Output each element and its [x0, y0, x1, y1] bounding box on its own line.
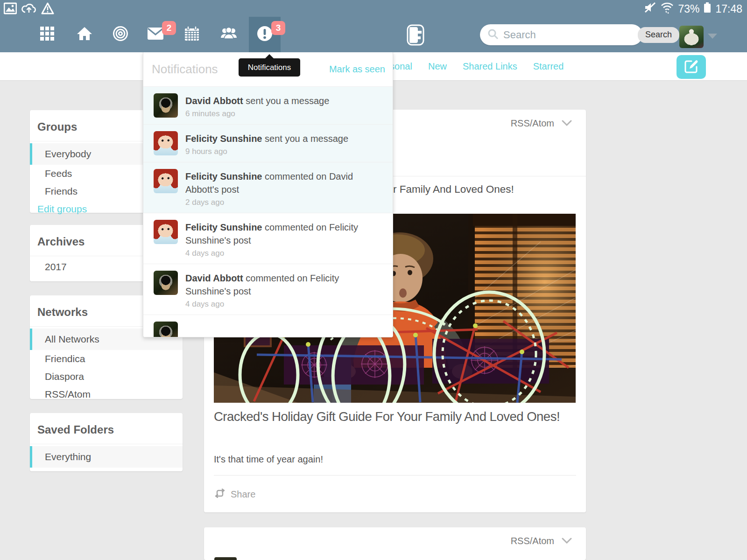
tab-shared-links[interactable]: Shared Links	[463, 61, 517, 72]
user-menu-caret-icon[interactable]	[708, 34, 717, 39]
search-submit-button[interactable]: Search	[638, 27, 679, 43]
user-avatar[interactable]	[679, 26, 704, 48]
mark-as-seen-link[interactable]: Mark as seen	[329, 64, 385, 75]
people-icon	[220, 27, 238, 42]
network-item-rss[interactable]: RSS/Atom	[30, 385, 183, 403]
notification-time: 6 minutes ago	[185, 109, 378, 119]
post-card-2: RSS/Atom	[204, 527, 586, 560]
gallery-icon	[4, 2, 17, 16]
avatar	[154, 220, 178, 244]
warning-icon	[41, 2, 54, 16]
search-bar: Search	[480, 24, 642, 45]
alert-circle-icon	[256, 25, 273, 44]
envelope-icon	[147, 27, 164, 42]
home-button[interactable]	[69, 17, 100, 52]
chevron-down-icon[interactable]	[562, 118, 572, 129]
notifications-tooltip: Notifications	[239, 58, 300, 77]
bullseye-icon	[113, 26, 128, 43]
mute-icon	[643, 1, 656, 16]
post-body-text: It's that time of year again!	[214, 454, 323, 465]
apps-menu-button[interactable]	[31, 17, 63, 52]
saved-folders-panel: Saved Folders Everything	[30, 413, 183, 471]
battery-icon	[703, 1, 712, 16]
tab-new[interactable]: New	[428, 61, 447, 72]
notification-time: 2 days ago	[185, 198, 378, 207]
edit-pencil-icon	[684, 59, 699, 75]
notification-item[interactable]: David Abbott commented on Felicity Sunsh…	[143, 264, 393, 315]
upload-cloud-icon	[21, 2, 36, 16]
search-input[interactable]	[503, 29, 638, 41]
contacts-button[interactable]	[213, 17, 245, 52]
status-left-icons	[4, 2, 54, 16]
calendar-icon	[184, 26, 200, 43]
chevron-down-icon[interactable]	[562, 536, 572, 546]
compose-post-button[interactable]	[677, 55, 706, 79]
retweet-icon	[214, 489, 226, 500]
notification-item[interactable]: Felicity Sunshine commented on Felicity …	[143, 213, 393, 264]
post2-source-label: RSS/Atom	[511, 536, 554, 546]
notifications-badge: 3	[271, 21, 285, 35]
top-navigation-bar: 73% 17:48 2	[0, 0, 747, 52]
notifications-dropdown: Notifications Mark as seen David Abbott …	[143, 52, 393, 337]
avatar	[154, 322, 178, 337]
avatar	[154, 131, 178, 155]
search-icon	[487, 28, 499, 42]
post2-author-avatar[interactable]	[214, 557, 237, 560]
wifi-icon	[660, 1, 674, 16]
battery-percent-label: 73%	[678, 3, 699, 15]
tab-starred[interactable]: Starred	[533, 61, 564, 72]
community-button[interactable]	[105, 17, 136, 52]
notifications-button[interactable]: 3	[249, 17, 281, 52]
friendica-logo[interactable]	[407, 24, 424, 48]
friendica-app: 73% 17:48 2	[0, 0, 747, 560]
share-action[interactable]: Share	[214, 489, 255, 500]
post-source-label: RSS/Atom	[511, 118, 554, 129]
android-status-bar: 73% 17:48	[0, 0, 747, 17]
clock-label: 17:48	[715, 3, 742, 15]
notification-item[interactable]: David Abbott sent you a message 6 minute…	[143, 87, 393, 125]
notifications-dropdown-title: Notifications	[152, 62, 218, 77]
events-button[interactable]	[176, 17, 208, 52]
notification-item[interactable]: Felicity Sunshine commented on David Abb…	[143, 162, 393, 213]
notification-item[interactable]: Felicity Sunshine sent you a message 9 h…	[143, 125, 393, 162]
notification-time: 4 days ago	[185, 249, 378, 258]
folder-item-everything[interactable]: Everything	[30, 446, 183, 468]
share-label: Share	[231, 489, 255, 500]
notification-time: 4 days ago	[185, 300, 378, 309]
notification-item[interactable]	[143, 315, 393, 337]
avatar	[154, 93, 178, 118]
network-item-diaspora[interactable]: Diaspora	[30, 368, 183, 385]
home-icon	[77, 26, 92, 43]
network-item-friendica[interactable]: Friendica	[30, 350, 183, 368]
post-link-title[interactable]: Cracked's Holiday Gift Guide For Your Fa…	[214, 408, 566, 426]
status-right-cluster: 73% 17:48	[643, 1, 742, 16]
notification-time: 9 hours ago	[185, 147, 378, 156]
messages-button[interactable]: 2	[140, 17, 171, 52]
saved-folders-panel-title: Saved Folders	[30, 413, 183, 444]
avatar	[154, 169, 178, 193]
avatar	[154, 271, 178, 295]
messages-badge: 2	[162, 21, 176, 35]
grid-icon	[40, 26, 55, 43]
